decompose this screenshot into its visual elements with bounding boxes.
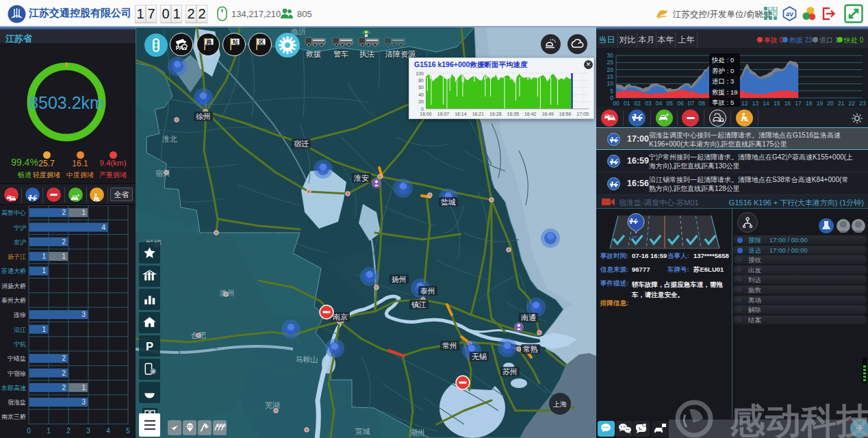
svg-text:CU: CU [188,425,192,428]
svg-text:1: 1 [81,209,86,216]
svg-text:南京三桥: 南京三桥 [1,413,26,420]
svg-text:4: 4 [101,224,105,231]
svg-text:60: 60 [418,85,424,90]
svg-text:泰州大桥: 泰州大桥 [1,297,26,304]
svg-text:16:28: 16:28 [489,112,502,116]
svg-text:08: 08 [698,100,705,107]
svg-text:100: 100 [416,71,424,76]
svg-text:16: 16 [784,100,791,107]
svg-text:15: 15 [607,73,614,80]
svg-text:芜湖: 芜湖 [265,401,280,409]
svg-text:2: 2 [62,238,66,246]
svg-text:合肥: 合肥 [191,331,206,339]
svg-text:02: 02 [635,100,641,107]
svg-text:3: 3 [81,311,86,318]
svg-text:2: 2 [62,370,66,377]
svg-text:站: 站 [231,39,238,45]
svg-text:苏州: 苏州 [502,368,518,376]
svg-text:16:35: 16:35 [507,112,520,116]
svg-text:宣城: 宣城 [355,427,370,435]
svg-text:16:42: 16:42 [524,112,537,116]
svg-text:23: 23 [859,100,866,107]
svg-text:20: 20 [418,99,424,104]
svg-text:21: 21 [838,100,845,107]
svg-text:16:49: 16:49 [541,112,554,116]
svg-text:宿州: 宿州 [155,169,170,177]
svg-text:20: 20 [827,100,834,107]
svg-text:80: 80 [418,78,424,83]
svg-text:宁沪: 宁沪 [14,224,26,231]
svg-text:0: 0 [421,107,424,112]
svg-text:宁杭: 宁杭 [14,341,26,348]
svg-text:扬州: 扬州 [391,275,407,283]
svg-text:2: 2 [62,209,66,216]
svg-text:区: 区 [258,39,264,45]
svg-text:14: 14 [763,100,769,107]
svg-text:4V: 4V [786,11,793,18]
svg-text:18: 18 [806,100,813,107]
svg-text:10: 10 [607,80,614,87]
svg-text:宁靖盐: 宁靖盐 [8,355,26,362]
svg-text:17: 17 [795,100,802,107]
svg-text:1: 1 [47,427,51,435]
svg-text:22: 22 [849,100,856,107]
svg-text:00: 00 [613,100,620,107]
svg-text:1: 1 [42,253,46,260]
svg-text:常熟: 常熟 [523,345,538,353]
svg-text:25: 25 [607,59,614,66]
svg-text:19: 19 [817,100,824,107]
svg-text:5: 5 [126,427,130,435]
svg-text:高管中心: 高管中心 [1,209,26,216]
svg-text:1: 1 [81,384,86,391]
svg-text:1: 1 [62,253,66,260]
svg-text:扬子江: 扬子江 [8,253,26,260]
svg-text:16:14: 16:14 [455,112,467,116]
svg-text:苏通大桥: 苏通大桥 [1,268,26,274]
svg-text:马鞍山: 马鞍山 [296,355,318,363]
svg-text:4: 4 [106,427,110,435]
svg-text:13: 13 [752,100,759,107]
svg-text:16:00: 16:00 [420,112,432,116]
svg-text:03: 03 [645,100,652,107]
svg-text:P: P [146,340,153,353]
svg-text:盐城: 盐城 [441,198,456,206]
svg-text:30: 30 [607,52,614,59]
svg-text:2: 2 [62,355,66,362]
svg-text:5: 5 [610,88,613,94]
svg-text:40: 40 [418,92,424,97]
svg-text:2: 2 [62,384,66,391]
svg-text:连徐: 连徐 [14,311,26,318]
svg-text:1: 1 [42,267,46,274]
svg-text:1: 1 [42,326,46,333]
svg-text:15: 15 [774,100,780,107]
svg-text:润扬大桥: 润扬大桥 [1,283,26,289]
svg-text:JENO: JENO [215,424,226,428]
svg-text:镇江: 镇江 [411,300,426,309]
svg-text:淮安: 淮安 [353,174,369,182]
svg-text:20: 20 [607,66,614,73]
svg-text:滁州: 滁州 [219,289,235,297]
svg-text:16:56: 16:56 [559,112,572,116]
svg-text:04: 04 [656,100,663,107]
svg-text:徐州: 徐州 [196,112,211,120]
svg-text:南京: 南京 [333,313,348,321]
svg-text:0: 0 [27,427,31,435]
svg-text:16:07: 16:07 [437,112,450,116]
svg-text:沿江: 沿江 [14,326,26,333]
svg-text:8503.2km: 8503.2km [29,93,104,112]
svg-text:17:05: 17:05 [576,112,589,116]
svg-text:07: 07 [688,100,695,107]
svg-text:01: 01 [624,100,630,107]
svg-text:16:21: 16:21 [472,112,485,116]
svg-text:宁宿徐: 宁宿徐 [8,370,26,377]
svg-text:宿淮盐: 宿淮盐 [8,399,26,406]
svg-text:南通: 南通 [521,313,536,322]
svg-text:3: 3 [81,398,86,406]
svg-text:淮北: 淮北 [162,135,177,143]
svg-text:路: 路 [205,39,212,45]
svg-text:12: 12 [741,100,748,107]
svg-text:宿迁: 宿迁 [294,140,309,148]
svg-text:常州: 常州 [442,342,457,350]
svg-text:京沪: 京沪 [14,239,26,246]
svg-text:3: 3 [86,427,90,435]
